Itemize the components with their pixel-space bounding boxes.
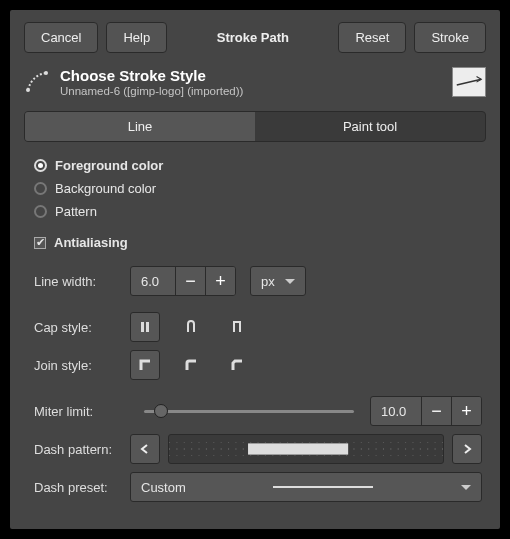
miter-limit-increment[interactable]: + <box>451 397 481 425</box>
reset-button[interactable]: Reset <box>338 22 406 53</box>
stroke-mode-tabs: Line Paint tool <box>24 111 486 142</box>
line-width-input[interactable]: 6.0 − + <box>130 266 236 296</box>
tab-paint-tool[interactable]: Paint tool <box>255 112 485 141</box>
cancel-button[interactable]: Cancel <box>24 22 98 53</box>
dash-scroll-left[interactable] <box>130 434 160 464</box>
line-options: Foreground color Background color Patter… <box>10 142 500 522</box>
svg-rect-4 <box>146 322 149 332</box>
chevron-down-icon <box>461 485 471 490</box>
line-width-decrement[interactable]: − <box>175 267 205 295</box>
antialiasing-label: Antialiasing <box>54 235 128 250</box>
stroke-button[interactable]: Stroke <box>414 22 486 53</box>
dash-scroll-right[interactable] <box>452 434 482 464</box>
dialog-title: Stroke Path <box>201 23 305 52</box>
tab-line[interactable]: Line <box>25 112 255 141</box>
line-width-row: Line width: 6.0 − + px <box>34 262 482 300</box>
svg-point-1 <box>44 71 48 75</box>
join-style-row: Join style: <box>34 346 482 384</box>
miter-limit-value: 10.0 <box>371 404 421 419</box>
join-bevel-button[interactable] <box>222 350 252 380</box>
cap-round-button[interactable] <box>176 312 206 342</box>
miter-limit-row: Miter limit: 10.0 − + <box>34 392 482 430</box>
line-width-unit-select[interactable]: px <box>250 266 306 296</box>
cap-square-button[interactable] <box>222 312 252 342</box>
dash-pattern-editor[interactable] <box>168 434 444 464</box>
help-button[interactable]: Help <box>106 22 167 53</box>
radio-pattern-label: Pattern <box>55 204 97 219</box>
check-icon: ✔ <box>34 237 46 249</box>
miter-limit-label: Miter limit: <box>34 404 122 419</box>
svg-rect-8 <box>248 443 348 454</box>
dash-preset-row: Dash preset: Custom <box>34 468 482 506</box>
radio-background-color[interactable]: Background color <box>34 177 482 200</box>
dash-pattern-label: Dash pattern: <box>34 442 122 457</box>
cap-style-label: Cap style: <box>34 320 122 335</box>
radio-foreground-label: Foreground color <box>55 158 163 173</box>
miter-limit-decrement[interactable]: − <box>421 397 451 425</box>
line-width-value: 6.0 <box>131 274 175 289</box>
dash-preset-select[interactable]: Custom <box>130 472 482 502</box>
svg-point-0 <box>26 88 30 92</box>
header-subtitle: Unnamed-6 ([gimp-logo] (imported)) <box>60 85 442 97</box>
stroke-path-dialog: Cancel Help Stroke Path Reset Stroke Cho… <box>10 10 500 529</box>
dash-pattern-row: Dash pattern: <box>34 430 482 468</box>
cap-butt-button[interactable] <box>130 312 160 342</box>
line-width-label: Line width: <box>34 274 122 289</box>
radio-background-label: Background color <box>55 181 156 196</box>
cap-style-row: Cap style: <box>34 308 482 346</box>
antialiasing-checkbox[interactable]: ✔ Antialiasing <box>34 231 482 254</box>
stroke-path-icon <box>24 69 50 95</box>
header-title: Choose Stroke Style <box>60 67 442 84</box>
dialog-action-bar: Cancel Help Stroke Path Reset Stroke <box>10 10 500 63</box>
preview-swatch <box>452 67 486 97</box>
svg-rect-3 <box>141 322 144 332</box>
dash-preset-label: Dash preset: <box>34 480 122 495</box>
dash-preset-preview <box>273 486 373 488</box>
header: Choose Stroke Style Unnamed-6 ([gimp-log… <box>10 63 500 107</box>
chevron-down-icon <box>285 279 295 284</box>
line-width-unit: px <box>261 274 275 289</box>
radio-pattern[interactable]: Pattern <box>34 200 482 223</box>
join-style-label: Join style: <box>34 358 122 373</box>
line-width-increment[interactable]: + <box>205 267 235 295</box>
miter-limit-input[interactable]: 10.0 − + <box>370 396 482 426</box>
dash-preset-value: Custom <box>141 480 186 495</box>
miter-limit-slider[interactable] <box>144 403 354 419</box>
join-miter-button[interactable] <box>130 350 160 380</box>
join-round-button[interactable] <box>176 350 206 380</box>
radio-foreground-color[interactable]: Foreground color <box>34 154 482 177</box>
